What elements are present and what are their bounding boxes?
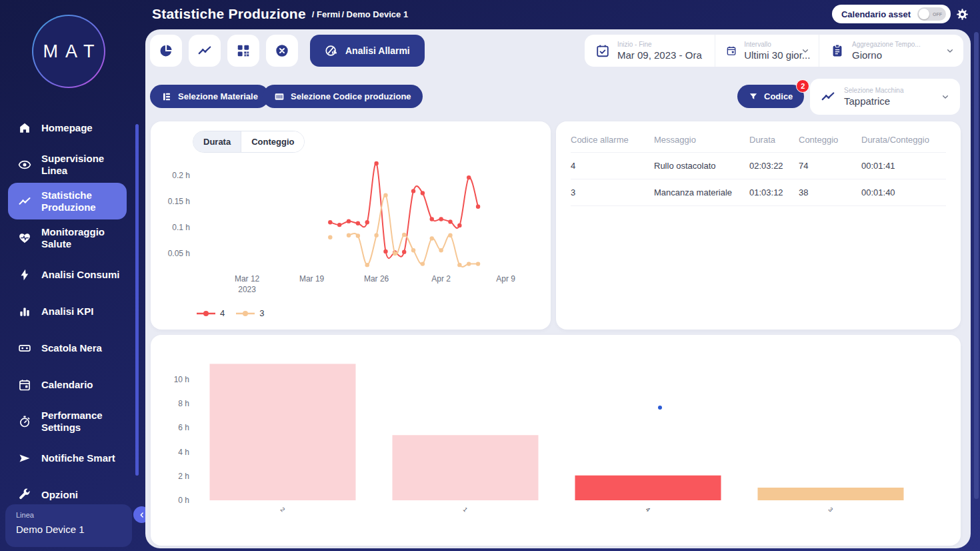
breadcrumb: Statistiche Produzione / Fermi/ Demo Dev… <box>152 0 409 28</box>
sidebar-item-label: Homepage <box>41 122 127 134</box>
brand-logo: MAT <box>32 15 105 88</box>
legend-label: 4 <box>220 308 225 318</box>
column-header-codice-allarme: Codice allarme <box>571 124 654 153</box>
bar-3 <box>758 488 904 500</box>
table-row[interactable]: 4Rullo ostacolato02:03:227400:01:41 <box>571 153 946 179</box>
heart-pulse-icon <box>18 231 31 245</box>
table-cell: Rullo ostacolato <box>654 153 749 179</box>
chevron-down-icon <box>940 91 951 102</box>
machine-select[interactable]: Selezione Macchina Tappatrice <box>810 79 960 115</box>
sidebar-item-statistiche-produzione[interactable]: Statistiche Produzione <box>8 183 127 219</box>
sidebar-item-performance-settings[interactable]: Performance Settings <box>8 403 127 440</box>
sidebar-item-label: Analisi KPI <box>41 306 127 318</box>
sidebar-item-monitoraggio-salute[interactable]: Monitoraggio Salute <box>8 219 127 256</box>
sidebar-item-label: Monitoraggio Salute <box>41 226 127 250</box>
calendar-icon <box>726 43 737 58</box>
column-header-durata-conteggio: Durata/Conteggio <box>861 124 946 153</box>
svg-text:0.15 h: 0.15 h <box>168 197 190 206</box>
view-switcher: Analisi Allarmi <box>150 35 425 67</box>
sidebar-item-label: Performance Settings <box>41 410 127 434</box>
eye-icon <box>18 158 31 171</box>
active-view-label: Analisi Allarmi <box>345 45 410 56</box>
funnel-icon <box>749 92 758 101</box>
date-range-select[interactable]: Inizio - Fine Mar 09, 2023 - Ora <box>585 35 715 67</box>
svg-text:4 h: 4 h <box>178 448 189 457</box>
svg-text:10 h: 10 h <box>174 375 189 384</box>
alarm-table: Codice allarmeMessaggioDurataConteggioDu… <box>571 124 946 206</box>
device-card: Linea Demo Device 1 <box>5 504 132 547</box>
chart-mode-tabs: DurataConteggio <box>193 131 305 153</box>
table-cell: 00:01:40 <box>861 179 946 206</box>
sidebar-item-label: Supervisione Linea <box>41 153 127 177</box>
tab-conteggio[interactable]: Conteggio <box>241 131 304 152</box>
sidebar-item-homepage[interactable]: Homepage <box>8 109 127 146</box>
material-selection-label: Selezione Materiale <box>178 91 258 101</box>
aggregation-select[interactable]: Aggregazione Tempo... Giorno <box>819 35 963 67</box>
bar-2 <box>210 364 356 500</box>
sidebar-scrollbar[interactable] <box>135 124 139 476</box>
legend-marker <box>235 310 255 317</box>
table-cell: 00:01:41 <box>861 153 946 179</box>
svg-text:0.1 h: 0.1 h <box>172 223 190 232</box>
duration-chart-card: DurataConteggio 0.05 h0.1 h0.15 h0.2 hMa… <box>151 121 551 330</box>
svg-text:Apr 9: Apr 9 <box>496 274 515 284</box>
gear-icon[interactable] <box>956 8 969 21</box>
column-header-messaggio: Messaggio <box>654 124 749 153</box>
machine-select-label: Selezione Macchina <box>844 87 904 94</box>
page-scrollbar[interactable] <box>974 32 979 499</box>
legend-item-4[interactable]: 4 <box>196 308 225 318</box>
analisi-allarmi-button[interactable]: Analisi Allarmi <box>310 35 425 67</box>
stray-data-point <box>658 406 662 410</box>
app-root: MAT HomepageSupervisione LineaStatistich… <box>0 0 980 551</box>
pie-view-button[interactable] <box>150 35 182 67</box>
production-code-selection-label: Selezione Codice produzione <box>291 91 411 101</box>
sidebar-item-label: Statistiche Produzione <box>41 189 127 213</box>
clipboard-icon <box>830 43 845 58</box>
sidebar-item-analisi-kpi[interactable]: Analisi KPI <box>8 293 127 330</box>
table-row[interactable]: 3Mancanza materiale01:03:123800:01:40 <box>571 179 946 206</box>
code-filter-button[interactable]: Codice 2 <box>737 85 804 108</box>
sidebar-item-supervisione-linea[interactable]: Supervisione Linea <box>8 146 127 183</box>
svg-text:0 h: 0 h <box>178 496 189 505</box>
breadcrumb-item-demo-device-1[interactable]: / Demo Device 1 <box>341 9 408 19</box>
svg-text:2 h: 2 h <box>178 472 189 481</box>
calendar-check-icon <box>595 43 610 58</box>
legend-item-3[interactable]: 3 <box>235 308 264 318</box>
toggle-state-label: OFF <box>933 12 942 17</box>
sidebar-item-notifiche-smart[interactable]: Notifiche Smart <box>8 440 127 476</box>
sidebar-item-analisi-consumi[interactable]: Analisi Consumi <box>8 256 127 293</box>
svg-text:2023: 2023 <box>238 285 256 294</box>
sidebar-item-label: Analisi Consumi <box>41 269 127 281</box>
close-view-button[interactable] <box>266 35 298 67</box>
calendar-asset-toggle[interactable]: Calendario asset OFF <box>832 5 951 23</box>
chart-legend: 43 <box>196 308 264 318</box>
interval-value: Ultimi 30 gior... <box>744 49 793 61</box>
production-code-selection-button[interactable]: Selezione Codice produzione <box>263 85 423 108</box>
bar-chart-icon <box>18 305 31 318</box>
aggregation-value: Giorno <box>852 49 921 61</box>
grid-view-button[interactable] <box>227 35 259 67</box>
sidebar-item-label: Opzioni <box>41 489 127 501</box>
table-cell: 74 <box>799 153 861 179</box>
line-view-button[interactable] <box>189 35 221 67</box>
aggregation-label: Aggregazione Tempo... <box>852 41 921 48</box>
alarm-table-card: Codice allarmeMessaggioDurataConteggioDu… <box>556 121 961 330</box>
svg-text:6 h: 6 h <box>178 423 189 432</box>
stopwatch-icon <box>18 415 31 428</box>
alarm-analysis-icon <box>325 44 338 57</box>
breadcrumb-item-fermi[interactable]: / Fermi <box>312 9 341 19</box>
sidebar-item-scatola-nera[interactable]: Scatola Nera <box>8 330 127 366</box>
send-icon <box>18 452 31 465</box>
svg-text:0.2 h: 0.2 h <box>172 171 190 180</box>
interval-select[interactable]: Intervallo Ultimi 30 gior... <box>715 35 819 67</box>
device-card-label: Linea <box>16 511 121 519</box>
tab-durata[interactable]: Durata <box>193 131 241 152</box>
trend-icon <box>821 89 835 104</box>
table-cell: 02:03:22 <box>749 153 799 179</box>
barcode-icon <box>274 91 285 102</box>
sidebar-item-calendario[interactable]: Calendario <box>8 366 127 403</box>
main-panel: Analisi Allarmi Inizio - Fine Mar 09, 20… <box>145 29 971 548</box>
material-selection-button[interactable]: Selezione Materiale <box>150 85 269 108</box>
toggle-switch[interactable]: OFF <box>917 7 946 21</box>
chevron-down-icon <box>945 45 955 56</box>
